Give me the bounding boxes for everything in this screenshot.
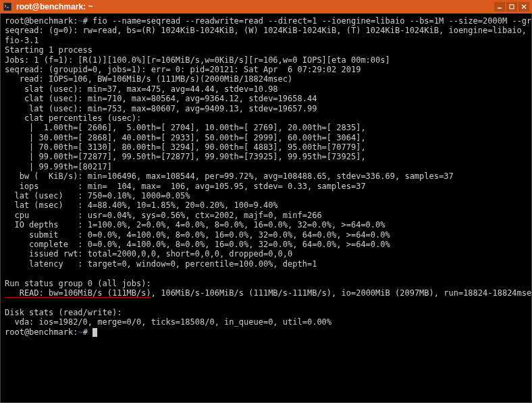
window-controls [494,2,529,11]
output-line: , 106MiB/s-106MiB/s (111MB/s-111MB/s), i… [151,288,532,298]
output-line: submit : 0=0.0%, 4=100.0%, 8=0.0%, 16=0.… [5,230,390,240]
output-line: | 99.99th=[80217] [5,162,112,171]
prompt: root@benchmark:~# [5,16,88,26]
output-line: seqread: (groupid=0, jobs=1): err= 0: pi… [5,65,361,74]
prompt: root@benchmark:~# [5,327,88,337]
output-line: | 1.00th=[ 2606], 5.00th=[ 2704], 10.00t… [5,123,366,132]
prompt-user-host: root@benchmark [5,327,73,337]
output-line: latency : target=0, window=0, percentile… [5,259,317,269]
output-line: seqread: (g=0): rw=read, bs=(R) 1024KiB-… [5,26,532,35]
output-line: bw ( KiB/s): min=106496, max=108544, per… [5,171,454,181]
close-button[interactable] [518,2,529,11]
output-line: cpu : usr=0.04%, sys=0.56%, ctx=2002, ma… [5,211,322,220]
output-line: read: IOPS=106, BW=106MiB/s (111MB/s)(20… [5,74,292,84]
output-line: slat (usec): min=37, max=475, avg=44.44,… [5,84,278,94]
output-line: lat (usec) : 750=0.10%, 1000=0.05% [5,191,190,200]
cursor [92,328,97,337]
output-line: IO depths : 1=100.0%, 2=0.0%, 4=0.0%, 8=… [5,220,385,230]
output-line: | 70.00th=[ 3130], 80.00th=[ 3294], 90.0… [5,142,366,152]
output-line: Jobs: 1 (f=1): [R(1)][100.0%][r=106MiB/s… [5,55,390,65]
svg-rect-3 [510,5,514,9]
output-line: lat (msec) : 4=88.40%, 10=1.85%, 20=0.20… [5,200,278,210]
output-line: Run status group 0 (all jobs): [5,279,151,288]
output-line: issued rwt: total=2000,0,0, short=0,0,0,… [5,249,292,259]
output-line: lat (usec): min=753, max=80607, avg=9409… [5,104,317,113]
output-line: | 99.00th=[72877], 99.50th=[72877], 99.9… [5,152,366,161]
svg-rect-0 [3,3,11,11]
maximize-button[interactable] [506,2,517,11]
output-line: clat (usec): min=710, max=80564, avg=936… [5,94,317,103]
highlighted-read-stat: READ: bw=106MiB/s (111MB/s) [5,288,151,298]
output-line: Disk stats (read/write): [5,308,122,317]
output-line: Starting 1 process [5,45,92,55]
prompt-path: ~ [78,16,82,26]
prompt-path: ~ [78,327,82,337]
titlebar: root@benchmark: ~ [0,0,532,14]
output-line: complete : 0=0.0%, 4=100.0%, 8=0.0%, 16=… [5,240,390,249]
prompt-user-host: root@benchmark [5,16,73,26]
output-line: clat percentiles (usec): [5,113,141,123]
output-line: iops : min= 104, max= 106, avg=105.95, s… [5,182,366,191]
window-title: root@benchmark: ~ [16,2,494,11]
terminal-icon [3,2,12,11]
terminal-body[interactable]: root@benchmark:~# fio --name=seqread --r… [0,14,532,403]
minimize-button[interactable] [494,2,505,11]
command-text: fio --name=seqread --readwrite=read --di… [92,16,532,26]
output-line: vda: ios=1982/0, merge=0/0, ticks=18508/… [5,317,331,327]
output-line: | 30.00th=[ 2868], 40.00th=[ 2933], 50.0… [5,133,366,142]
output-line: fio-3.1 [5,36,39,45]
